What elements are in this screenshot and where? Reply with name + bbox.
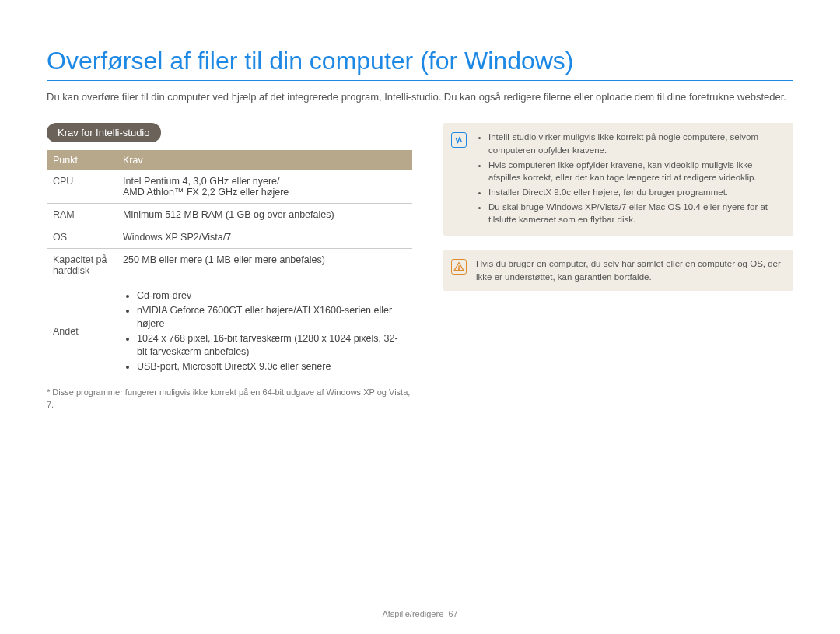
info-list: Intelli-studio virker muligvis ikke korr… (476, 131, 782, 228)
info-icon (451, 132, 467, 148)
left-column: Krav for Intelli-studio Punkt Krav CPU I… (47, 123, 412, 411)
footer-page: 67 (448, 609, 457, 618)
other-list: Cd-rom-drev nVIDIA Geforce 7600GT eller … (123, 289, 406, 373)
footer-section: Afspille/redigere (382, 609, 443, 618)
svg-point-1 (459, 268, 460, 269)
table-header-krav: Krav (117, 150, 412, 170)
table-header-punkt: Punkt (47, 150, 117, 170)
list-item: Installer DirectX 9.0c eller højere, før… (488, 186, 782, 199)
footnote: * Disse programmer fungerer muligvis ikk… (47, 387, 412, 411)
right-column: Intelli-studio virker muligvis ikke korr… (443, 123, 793, 411)
list-item: USB-port, Microsoft DirectX 9.0c eller s… (137, 360, 406, 373)
table-row: Andet Cd-rom-drev nVIDIA Geforce 7600GT … (47, 282, 412, 380)
table-row: CPU Intel Pentium 4, 3,0 GHz eller nyere… (47, 170, 412, 204)
list-item: Du skal bruge Windows XP/Vista/7 eller M… (488, 201, 782, 226)
list-item: Cd-rom-drev (137, 289, 406, 303)
list-item: Hvis computeren ikke opfylder kravene, k… (488, 159, 782, 184)
list-item: 1024 x 768 pixel, 16-bit farveskærm (128… (137, 332, 406, 359)
row-label: Kapacitet på harddisk (47, 249, 117, 282)
row-label: OS (47, 226, 117, 249)
info-note: Intelli-studio virker muligvis ikke korr… (443, 123, 793, 236)
section-pill: Krav for Intelli-studio (47, 123, 161, 142)
content-columns: Krav for Intelli-studio Punkt Krav CPU I… (47, 123, 793, 411)
row-value: Minimum 512 MB RAM (1 GB og over anbefal… (117, 204, 412, 226)
row-label: Andet (47, 282, 117, 380)
warning-text: Hvis du bruger en computer, du selv har … (476, 257, 782, 283)
table-row: RAM Minimum 512 MB RAM (1 GB og over anb… (47, 204, 412, 226)
row-label: RAM (47, 204, 117, 226)
page-title: Overførsel af filer til din computer (fo… (47, 47, 793, 81)
list-item: nVIDIA Geforce 7600GT eller højere/ATI X… (137, 304, 406, 331)
list-item: Intelli-studio virker muligvis ikke korr… (488, 131, 782, 156)
requirements-table: Punkt Krav CPU Intel Pentium 4, 3,0 GHz … (47, 150, 412, 380)
table-row: OS Windows XP SP2/Vista/7 (47, 226, 412, 249)
row-value: Windows XP SP2/Vista/7 (117, 226, 412, 249)
row-value: 250 MB eller mere (1 MB eller mere anbef… (117, 249, 412, 282)
row-value: Cd-rom-drev nVIDIA Geforce 7600GT eller … (117, 282, 412, 380)
page-footer: Afspille/redigere 67 (0, 609, 840, 618)
intro-text: Du kan overføre filer til din computer v… (47, 90, 793, 104)
warning-icon (451, 259, 467, 275)
row-value: Intel Pentium 4, 3,0 GHz eller nyere/ AM… (117, 170, 412, 204)
row-label: CPU (47, 170, 117, 204)
table-row: Kapacitet på harddisk 250 MB eller mere … (47, 249, 412, 282)
warning-note: Hvis du bruger en computer, du selv har … (443, 250, 793, 291)
